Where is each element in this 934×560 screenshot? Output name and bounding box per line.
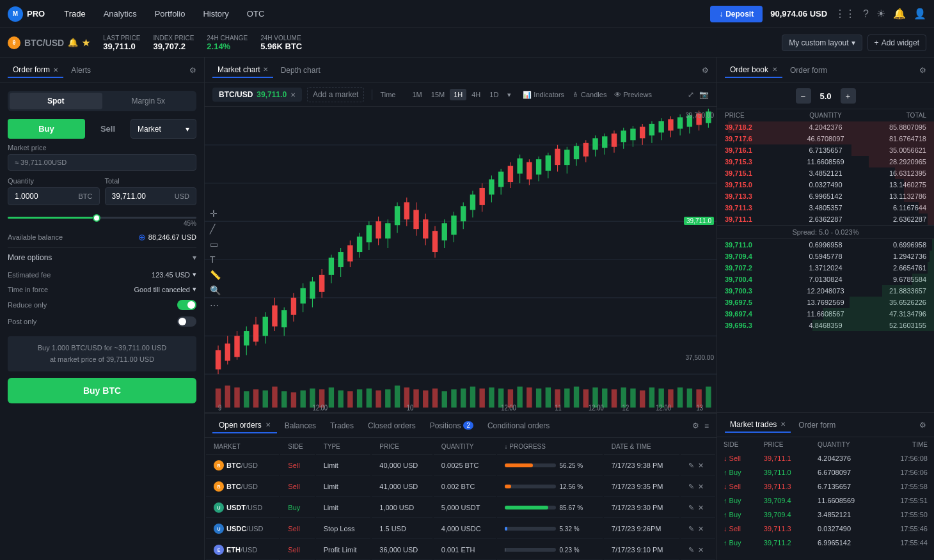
ob-ask-row[interactable]: 39,715.0 0.0327490 13.1460275 (717, 179, 934, 191)
tab-alerts[interactable]: Alerts (66, 63, 96, 77)
candles-button[interactable]: 🕯 Candles (572, 91, 606, 98)
tab-order-book[interactable]: Order book ✕ (725, 63, 782, 78)
market-price-input[interactable]: ≈ 39,711.00 USD (8, 154, 196, 171)
ob-ask-row[interactable]: 39,713.3 6.9965142 13.1132786 (717, 191, 934, 202)
more-tools-icon[interactable]: ⋯ (210, 300, 221, 311)
chart-settings-icon[interactable]: ⚙ (702, 66, 709, 75)
tab-market-trades[interactable]: Market trades ✕ (725, 417, 791, 433)
time-1d[interactable]: 1D (486, 89, 502, 100)
ticker-bell-icon[interactable]: 🔔 (68, 38, 78, 47)
order-form-tab-close-icon[interactable]: ✕ (53, 66, 58, 74)
quantity-slider[interactable]: 45% (8, 217, 196, 227)
tab-market-chart[interactable]: Market chart ✕ (212, 63, 273, 78)
chart-pair-badge[interactable]: BTC/USD 39,711.0 ✕ (212, 88, 302, 102)
account-icon[interactable]: 👤 (914, 8, 926, 20)
ob-bid-row[interactable]: 39,696.3 4.8468359 52.1603155 (717, 320, 934, 331)
camera-icon[interactable]: 📷 (699, 90, 709, 99)
time-15m[interactable]: 15M (427, 89, 448, 100)
bottom-settings-icon[interactable]: ⚙ (692, 421, 699, 430)
tab-conditional-orders[interactable]: Conditional orders (481, 419, 556, 433)
edit-icon[interactable]: ✎ (688, 546, 694, 554)
market-trades-settings-icon[interactable]: ⚙ (919, 421, 926, 430)
ob-bid-row[interactable]: 39,700.4 7.0130824 9.6785584 (717, 274, 934, 285)
add-widget-button[interactable]: + Add widget (867, 35, 926, 51)
tab-trades[interactable]: Trades (324, 419, 360, 433)
ob-minus-button[interactable]: − (796, 88, 811, 104)
cancel-icon[interactable]: ✕ (698, 462, 704, 470)
ob-plus-button[interactable]: + (841, 88, 856, 104)
ob-ask-row[interactable]: 39,711.3 3.4805357 6.1167644 (717, 202, 934, 214)
order-book-settings-icon[interactable]: ⚙ (919, 66, 926, 75)
previews-button[interactable]: 👁 Previews (614, 91, 652, 98)
ob-ask-row[interactable]: 39,717.6 46.6708097 81.6764718 (717, 133, 934, 144)
tab-closed-orders[interactable]: Closed orders (361, 419, 422, 433)
indicators-button[interactable]: 📊 Indicators (523, 91, 564, 99)
ob-bid-row[interactable]: 39,700.3 12.2048073 21.8833657 (717, 285, 934, 297)
cancel-icon[interactable]: ✕ (698, 483, 704, 491)
edit-icon[interactable]: ✎ (688, 504, 694, 512)
help-icon[interactable]: ? (863, 8, 869, 20)
crosshair-tool[interactable]: ✛ (210, 208, 221, 219)
buy-button[interactable]: Buy (8, 119, 85, 139)
ob-ask-row[interactable]: 39,715.1 3.4852121 16.6312395 (717, 167, 934, 179)
tab-depth-chart[interactable]: Depth chart (276, 63, 326, 77)
ob-bid-row[interactable]: 39,711.0 0.6996958 0.6996958 (717, 239, 934, 251)
tab-open-orders[interactable]: Open orders ✕ (212, 418, 277, 433)
ob-bid-row[interactable]: 39,697.5 13.7692569 35.6526226 (717, 297, 934, 308)
time-1h[interactable]: 1H (450, 89, 466, 100)
nav-trade[interactable]: Trade (60, 6, 89, 21)
add-market-button[interactable]: Add a market (307, 87, 364, 102)
grid-icon[interactable]: ⋮⋮ (835, 8, 855, 20)
tab-right-order-form2[interactable]: Order form (793, 418, 841, 432)
cancel-icon[interactable]: ✕ (698, 546, 704, 554)
add-balance-icon[interactable]: ⊕ (138, 232, 146, 242)
margin-tab[interactable]: Margin 5x (102, 93, 195, 109)
ob-ask-row[interactable]: 39,711.1 2.6362287 2.6362287 (717, 214, 934, 225)
ticker-pair[interactable]: ₿ BTC/USD 🔔 ★ (8, 36, 90, 49)
time-more-icon[interactable]: ▾ (503, 89, 515, 101)
text-tool[interactable]: T (210, 254, 221, 265)
spot-tab[interactable]: Spot (10, 93, 102, 109)
nav-otc[interactable]: OTC (243, 6, 268, 21)
line-tool[interactable]: ╱ (210, 224, 221, 234)
market-chart-close-icon[interactable]: ✕ (263, 66, 268, 73)
market-trades-close-icon[interactable]: ✕ (780, 421, 786, 428)
chart-pair-remove-icon[interactable]: ✕ (290, 91, 296, 98)
cancel-icon[interactable]: ✕ (698, 504, 704, 512)
tab-right-order-form[interactable]: Order form (785, 63, 832, 77)
order-type-select[interactable]: Market ▾ (131, 119, 196, 139)
slider-thumb[interactable] (93, 214, 100, 222)
ob-ask-row[interactable]: 39,715.3 11.6608569 28.2920965 (717, 156, 934, 167)
logo[interactable]: M PRO (8, 6, 45, 22)
open-orders-close-icon[interactable]: ✕ (265, 421, 271, 428)
tab-order-form[interactable]: Order form ✕ (8, 63, 63, 78)
bottom-filter-icon[interactable]: ≡ (704, 421, 709, 430)
layout-button[interactable]: My custom layout ▾ (782, 35, 862, 51)
rect-tool[interactable]: ▭ (210, 239, 221, 249)
notifications-icon[interactable]: 🔔 (893, 8, 906, 20)
tab-positions[interactable]: Positions 2 (423, 419, 480, 433)
quantity-input[interactable]: 1.0000 BTC (8, 187, 100, 205)
deposit-button[interactable]: ↓ Deposit (710, 6, 763, 22)
expand-chart-icon[interactable]: ⤢ (688, 90, 694, 99)
time-in-force-value[interactable]: Good till canceled ▾ (134, 285, 196, 293)
ob-ask-row[interactable]: 39,718.2 4.2042376 85.8807095 (717, 121, 934, 133)
nav-analytics[interactable]: Analytics (100, 6, 141, 21)
theme-icon[interactable]: ☀ (876, 8, 885, 20)
zoom-tool[interactable]: 🔍 (210, 285, 221, 295)
order-form-settings-icon[interactable]: ⚙ (189, 66, 196, 75)
ticker-star-icon[interactable]: ★ (82, 38, 90, 48)
reduce-only-toggle[interactable] (177, 300, 196, 310)
ob-bid-row[interactable]: 39,707.2 1.3712024 2.6654761 (717, 262, 934, 274)
order-book-close-icon[interactable]: ✕ (772, 66, 777, 73)
ob-bid-row[interactable]: 39,709.4 0.5945778 1.2942736 (717, 251, 934, 262)
measure-tool[interactable]: 📏 (210, 270, 221, 280)
buy-btc-button[interactable]: Buy BTC (8, 378, 196, 403)
nav-history[interactable]: History (199, 6, 232, 21)
sell-button[interactable]: Sell (88, 119, 128, 139)
ob-ask-row[interactable]: 39,716.1 6.7135657 35.0056621 (717, 144, 934, 156)
post-only-toggle[interactable] (177, 316, 196, 327)
edit-icon[interactable]: ✎ (688, 525, 694, 533)
edit-icon[interactable]: ✎ (688, 483, 694, 491)
time-1m[interactable]: 1M (408, 89, 425, 100)
